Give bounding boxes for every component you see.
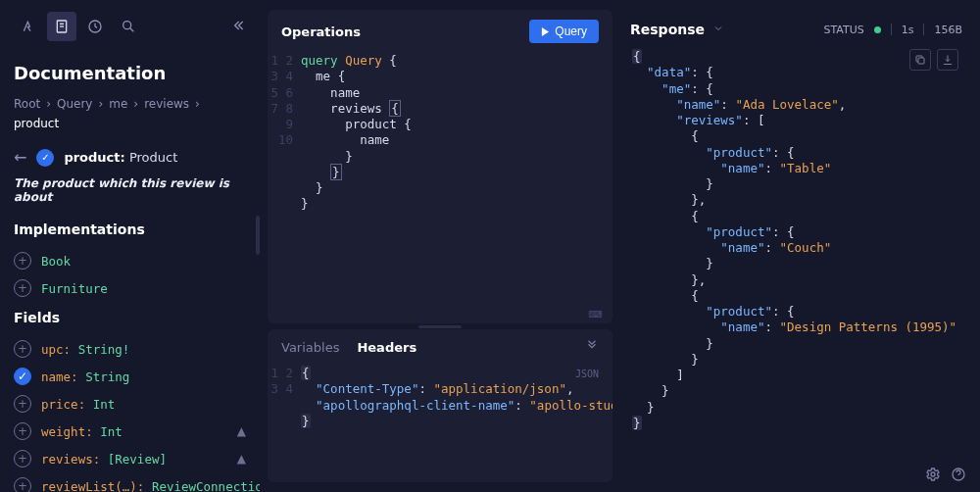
main-area: Operations Query 1 2 3 4 5 6 7 8 9 10 qu… <box>260 0 980 492</box>
field-item[interactable]: +price: Int <box>14 390 246 418</box>
response-title: Response <box>630 22 705 37</box>
warning-icon: ▲ <box>237 452 246 466</box>
svg-point-4 <box>123 22 131 29</box>
field-item[interactable]: +reviewList(…): ReviewConnection <box>14 472 246 492</box>
field-item[interactable]: ✓name: String <box>14 363 246 390</box>
scrollbar[interactable] <box>256 216 260 255</box>
warning-icon: ▲ <box>237 424 246 438</box>
breadcrumb-item[interactable]: Query <box>57 97 92 111</box>
response-body[interactable]: { "data": { "me": { "name": "Ada Lovelac… <box>628 49 966 482</box>
status-dot-icon <box>874 26 881 33</box>
tab-headers[interactable]: Headers <box>357 340 416 355</box>
back-arrow-icon[interactable]: ← <box>14 148 26 167</box>
collapse-sidebar-icon[interactable] <box>230 18 246 36</box>
variables-headers-panel: Variables Headers JSON 1 2 3 4 { "Conten… <box>268 329 612 482</box>
query-editor[interactable]: 1 2 3 4 5 6 7 8 9 10 query Query { me { … <box>268 53 612 305</box>
breadcrumb-item[interactable]: me <box>109 97 127 111</box>
field-header: ← ✓ product: Product <box>14 148 246 167</box>
chevron-down-icon[interactable] <box>712 23 724 37</box>
collapse-panel-icon[interactable] <box>585 339 599 356</box>
implementations-heading: Implementations <box>14 221 246 237</box>
implementation-item[interactable]: +Furniture <box>14 274 246 302</box>
docs-icon[interactable] <box>47 12 76 41</box>
response-size: 156B <box>934 24 962 36</box>
query-button-label: Query <box>555 25 587 38</box>
field-item[interactable]: +upc: String! <box>14 335 246 363</box>
status-label: STATUS <box>823 24 863 36</box>
help-icon[interactable] <box>951 467 966 482</box>
field-type: Product <box>129 150 177 165</box>
add-icon: + <box>14 450 31 467</box>
json-label: JSON <box>575 368 599 380</box>
implementation-item[interactable]: +Book <box>14 247 246 274</box>
sidebar-title: Documentation <box>14 63 246 83</box>
check-icon: ✓ <box>14 368 31 385</box>
svg-point-7 <box>931 472 935 476</box>
response-time: 1s <box>902 24 914 36</box>
svg-rect-6 <box>918 58 924 64</box>
sidebar-toolbar <box>14 0 246 53</box>
operations-panel: Operations Query 1 2 3 4 5 6 7 8 9 10 qu… <box>268 10 612 323</box>
add-icon: + <box>14 395 31 413</box>
check-icon: ✓ <box>36 149 54 167</box>
doc-sidebar: Documentation Root›Query›me›reviews›prod… <box>0 0 260 492</box>
breadcrumb-item[interactable]: Root <box>14 97 40 111</box>
response-header: Response STATUS 1s 156B <box>628 10 966 49</box>
gear-icon[interactable] <box>925 467 941 482</box>
add-icon: + <box>14 340 31 358</box>
add-icon: + <box>14 279 31 297</box>
keyboard-icon[interactable]: ⌨ <box>589 309 603 320</box>
field-name: product: <box>64 150 124 165</box>
tab-variables[interactable]: Variables <box>281 340 339 355</box>
svg-line-5 <box>130 28 134 32</box>
field-item[interactable]: +reviews: [Review]▲ <box>14 445 246 472</box>
add-icon: + <box>14 422 31 440</box>
add-icon: + <box>14 252 31 270</box>
run-query-button[interactable]: Query <box>529 20 599 43</box>
add-icon: + <box>14 477 31 492</box>
breadcrumb-item: product <box>14 117 59 130</box>
headers-editor[interactable]: JSON 1 2 3 4 { "Content-Type": "applicat… <box>268 366 612 482</box>
breadcrumb: Root›Query›me›reviews›product <box>14 97 246 130</box>
copy-icon[interactable] <box>909 49 931 71</box>
explorer-icon[interactable] <box>14 12 43 41</box>
field-description: The product which this review is about <box>14 176 246 204</box>
history-icon[interactable] <box>80 12 110 41</box>
download-icon[interactable] <box>937 49 958 71</box>
search-icon[interactable] <box>114 12 143 41</box>
operations-title: Operations <box>281 25 361 39</box>
breadcrumb-item[interactable]: reviews <box>144 97 189 111</box>
field-item[interactable]: +weight: Int▲ <box>14 418 246 445</box>
fields-heading: Fields <box>14 310 246 325</box>
